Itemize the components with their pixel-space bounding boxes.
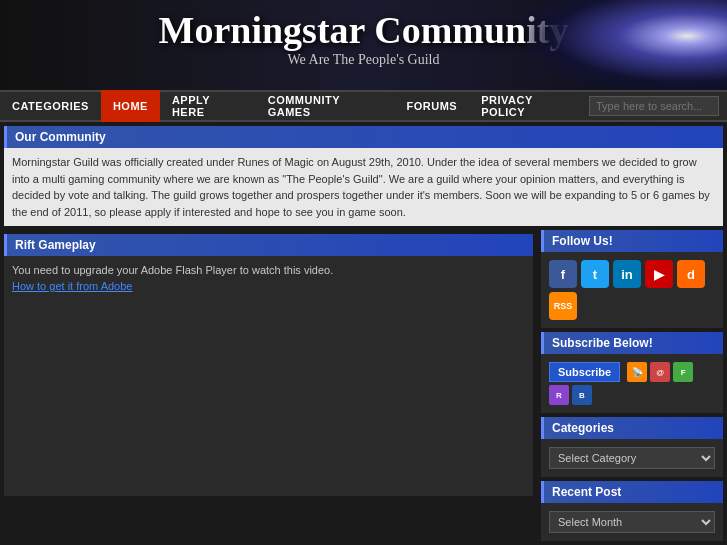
- categories-select[interactable]: Select Category: [549, 447, 715, 469]
- subscribe-bookmark-icon[interactable]: B: [572, 385, 592, 405]
- recent-post-section: Recent Post Select Month: [541, 481, 723, 541]
- social-icons-group: f t in ▶ d RSS: [549, 260, 715, 320]
- facebook-icon[interactable]: f: [549, 260, 577, 288]
- subscribe-button[interactable]: Subscribe: [549, 362, 620, 382]
- our-community-header: Our Community: [4, 126, 723, 148]
- main-nav: CATEGORIES HOME APPLY HERE COMMUNITY GAM…: [0, 90, 727, 122]
- nav-item-categories[interactable]: CATEGORIES: [0, 90, 101, 122]
- site-header: Morningstar Community We Are The People'…: [0, 0, 727, 90]
- categories-header: Categories: [541, 417, 723, 439]
- recent-post-select[interactable]: Select Month: [549, 511, 715, 533]
- follow-us-section: Follow Us! f t in ▶ d RSS: [541, 230, 723, 328]
- rift-gameplay-body: You need to upgrade your Adobe Flash Pla…: [4, 256, 533, 496]
- youtube-icon[interactable]: ▶: [645, 260, 673, 288]
- star-decoration: [527, 0, 727, 90]
- subscribe-header: Subscribe Below!: [541, 332, 723, 354]
- nav-item-community-games[interactable]: COMMUNITY GAMES: [256, 90, 395, 122]
- subscribe-section: Subscribe Below! Subscribe 📡 @ F R B: [541, 332, 723, 413]
- categories-body: Select Category: [541, 439, 723, 477]
- rift-gameplay-header: Rift Gameplay: [4, 234, 533, 256]
- rift-gameplay-section: Rift Gameplay You need to upgrade your A…: [4, 234, 533, 496]
- linkedin-icon[interactable]: in: [613, 260, 641, 288]
- search-wrapper: [589, 96, 719, 116]
- search-input[interactable]: [589, 96, 719, 116]
- nav-item-forums[interactable]: FORUMS: [395, 90, 470, 122]
- subscribe-icons-group: Subscribe 📡 @ F R B: [549, 362, 715, 405]
- nav-item-home[interactable]: HOME: [101, 90, 160, 122]
- content-wrapper: Our Community Morningstar Guild was offi…: [0, 122, 727, 545]
- rss-icon[interactable]: RSS: [549, 292, 577, 320]
- our-community-section: Our Community Morningstar Guild was offi…: [4, 126, 723, 226]
- categories-section: Categories Select Category: [541, 417, 723, 477]
- recent-post-body: Select Month: [541, 503, 723, 541]
- subscribe-rss-icon[interactable]: 📡: [627, 362, 647, 382]
- subscribe-reader-icon[interactable]: R: [549, 385, 569, 405]
- nav-item-apply[interactable]: APPLY HERE: [160, 90, 256, 122]
- follow-us-body: f t in ▶ d RSS: [541, 252, 723, 328]
- sidebar: Follow Us! f t in ▶ d RSS Subscribe Belo…: [541, 230, 723, 545]
- subscribe-feed-icon[interactable]: F: [673, 362, 693, 382]
- subscribe-email-icon[interactable]: @: [650, 362, 670, 382]
- digg-icon[interactable]: d: [677, 260, 705, 288]
- recent-post-header: Recent Post: [541, 481, 723, 503]
- top-section: Rift Gameplay You need to upgrade your A…: [0, 226, 727, 545]
- twitter-icon[interactable]: t: [581, 260, 609, 288]
- follow-us-header: Follow Us!: [541, 230, 723, 252]
- our-community-text: Morningstar Guild was officially created…: [4, 148, 723, 226]
- left-column: Rift Gameplay You need to upgrade your A…: [4, 230, 537, 545]
- flash-upgrade-message: You need to upgrade your Adobe Flash Pla…: [12, 264, 525, 276]
- nav-item-privacy[interactable]: PRIVACY POLICY: [469, 90, 589, 122]
- flash-download-link[interactable]: How to get it from Adobe: [12, 280, 132, 292]
- subscribe-body: Subscribe 📡 @ F R B: [541, 354, 723, 413]
